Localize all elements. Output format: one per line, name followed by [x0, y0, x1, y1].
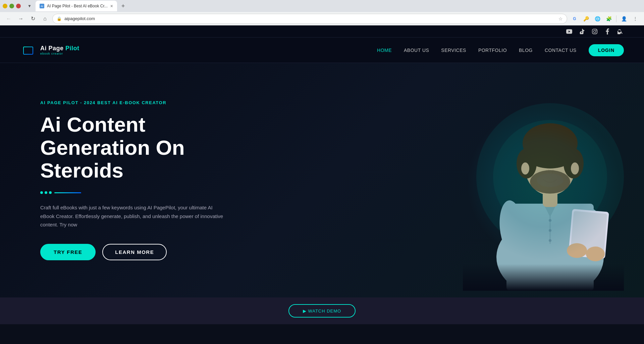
- hero-title: Ai Content Generation On Steroids: [40, 113, 268, 182]
- logo-text: Ai Page Pilot eBook Creator: [40, 45, 79, 55]
- nav-home[interactable]: HOME: [377, 48, 392, 53]
- hero-description: Craft full eBooks with just a few keywor…: [40, 203, 228, 229]
- hero-content: AI PAGE PILOT - 2024 BEST AI E-BOOK CREA…: [40, 100, 268, 260]
- login-button[interactable]: LOGIN: [589, 44, 624, 56]
- hero-section: AI PAGE PILOT - 2024 BEST AI E-BOOK CREA…: [0, 63, 644, 297]
- nav-services[interactable]: SERVICES: [441, 48, 466, 53]
- browser-extension-icon[interactable]: 🌐: [593, 14, 602, 23]
- hero-divider: [40, 191, 268, 194]
- password-manager-icon[interactable]: 🔑: [581, 14, 591, 23]
- nav-about[interactable]: ABOUT US: [404, 48, 429, 53]
- site-nav: HOME ABOUT US SERVICES PORTFOLIO BLOG CO…: [377, 44, 624, 56]
- reload-button[interactable]: ↻: [28, 14, 38, 23]
- browser-tab-bar: − □ × ▼ AI AI Page Pilot - Best AI eBook…: [0, 0, 644, 12]
- toolbar-separator: [616, 15, 616, 22]
- google-apps-icon[interactable]: G: [570, 14, 579, 23]
- forward-button[interactable]: →: [16, 14, 25, 23]
- address-bar[interactable]: [64, 16, 556, 21]
- logo-area[interactable]: Ai Page Pilot eBook Creator: [20, 42, 79, 59]
- home-button[interactable]: ⌂: [40, 14, 50, 23]
- nav-blog[interactable]: BLOG: [519, 48, 533, 53]
- minimize-button[interactable]: −: [3, 4, 7, 8]
- instagram-icon[interactable]: [591, 28, 598, 35]
- facebook-icon[interactable]: [604, 28, 611, 35]
- extensions-icon[interactable]: 🧩: [604, 14, 613, 23]
- active-tab[interactable]: AI AI Page Pilot - Best AI eBook Cr... ×: [36, 1, 117, 11]
- bookmark-icon[interactable]: ☆: [558, 16, 563, 21]
- tab-title: AI Page Pilot - Best AI eBook Cr...: [47, 4, 108, 8]
- learn-more-button[interactable]: LEARN MORE: [102, 244, 167, 260]
- hero-glow-circle: [466, 107, 621, 261]
- hero-dot-2: [45, 191, 47, 194]
- new-tab-button[interactable]: +: [118, 1, 128, 11]
- logo-name: Ai Page Pilot: [40, 45, 79, 52]
- svg-point-30: [586, 247, 605, 261]
- menu-icon[interactable]: ⋮: [631, 14, 640, 23]
- browser-chrome: − □ × ▼ AI AI Page Pilot - Best AI eBook…: [0, 0, 644, 25]
- hero-buttons: TRY FREE LEARN MORE: [40, 244, 268, 260]
- close-button[interactable]: ×: [16, 4, 21, 8]
- logo-icon: [20, 42, 37, 59]
- profile-icon[interactable]: 👤: [619, 14, 629, 23]
- nav-portfolio[interactable]: PORTFOLIO: [478, 48, 507, 53]
- tab-close-button[interactable]: ×: [110, 3, 113, 9]
- youtube-icon[interactable]: [566, 28, 573, 35]
- window-controls: − □ ×: [3, 4, 21, 8]
- try-free-button[interactable]: TRY FREE: [40, 244, 96, 260]
- hero-line: [54, 192, 81, 193]
- nav-contact[interactable]: CONTACT US: [545, 48, 577, 53]
- maximize-button[interactable]: □: [9, 4, 14, 8]
- security-icon: 🔒: [57, 16, 62, 21]
- hero-dot-3: [49, 191, 52, 194]
- tab-favicon: AI: [40, 4, 44, 8]
- site-header: Ai Page Pilot eBook Creator HOME ABOUT U…: [0, 38, 644, 63]
- logo-subtitle: eBook Creator: [40, 52, 79, 55]
- toolbar-right-icons: G 🔑 🌐 🧩 👤 ⋮: [570, 14, 640, 23]
- bottom-section-preview: ▶ WATCH DEMO: [0, 297, 644, 324]
- svg-rect-31: [463, 264, 624, 291]
- hero-dot-1: [40, 191, 43, 194]
- hero-dots: [40, 191, 52, 194]
- address-bar-container: 🔒 ☆: [52, 14, 567, 24]
- hero-tagline: AI PAGE PILOT - 2024 BEST AI E-BOOK CREA…: [40, 100, 268, 105]
- tab-list-button[interactable]: ▼: [25, 1, 34, 11]
- back-button[interactable]: ←: [4, 14, 13, 23]
- tiktok-icon[interactable]: [578, 28, 586, 35]
- social-bar: [0, 25, 644, 38]
- search-icon[interactable]: [616, 28, 624, 35]
- browser-toolbar: ← → ↻ ⌂ 🔒 ☆ G 🔑 🌐 🧩 👤 ⋮: [0, 12, 644, 25]
- hero-image-area: [463, 76, 624, 291]
